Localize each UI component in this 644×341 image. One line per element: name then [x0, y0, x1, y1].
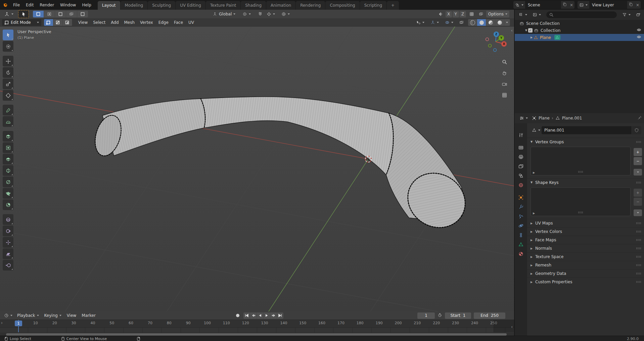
collection-checkbox[interactable]: ✓ — [528, 28, 533, 33]
properties-tab-particles[interactable] — [515, 212, 527, 221]
vertex-group-specials-button[interactable] — [634, 169, 642, 176]
add-shape-key-button[interactable]: + — [634, 189, 642, 197]
add-vertex-group-button[interactable]: + — [634, 148, 642, 156]
menu-render[interactable]: Render — [37, 3, 57, 7]
workspace-tab-shading[interactable]: Shading — [241, 1, 266, 10]
timeline-menu-view[interactable]: View — [64, 313, 79, 318]
tool-poly-build[interactable] — [3, 188, 13, 199]
panel-texture-space[interactable]: ▶ Texture Space — [527, 252, 644, 261]
outliner-row-scene-collection[interactable]: Scene Collection — [515, 20, 644, 27]
properties-tab-constraints[interactable] — [515, 231, 527, 239]
mesh-data-dropdown[interactable] — [531, 126, 542, 134]
workspace-tab-texture-paint[interactable]: Texture Paint — [206, 1, 241, 10]
tool-spin[interactable] — [3, 199, 13, 210]
tool-edge-slide[interactable] — [3, 226, 13, 236]
mirror-axis-z[interactable]: Z — [460, 11, 466, 17]
jump-to-end-button[interactable] — [277, 312, 283, 319]
tool-knife[interactable] — [3, 177, 13, 187]
shading-solid-button[interactable] — [477, 19, 486, 26]
menu-help[interactable]: Help — [79, 3, 94, 7]
panel-vertex-colors[interactable]: ▶ Vertex Colors — [527, 227, 644, 236]
workspace-tab-uv-editing[interactable]: UV Editing — [176, 1, 206, 10]
shading-dropdown[interactable] — [504, 19, 510, 26]
panel-remesh[interactable]: ▶ Remesh — [527, 261, 644, 269]
scene-unlink-icon[interactable]: × — [568, 3, 574, 7]
tool-select-box[interactable] — [3, 30, 13, 40]
transform-orientation-dropdown[interactable]: Global — [211, 11, 237, 17]
scene-copy-icon[interactable] — [561, 2, 568, 8]
viewport-menu-select[interactable]: Select — [90, 20, 108, 25]
select-mode-invert[interactable] — [66, 11, 77, 17]
tool-inset-faces[interactable] — [3, 142, 13, 153]
pan-icon[interactable] — [500, 68, 509, 77]
playhead-frame-label[interactable]: 1 — [15, 321, 22, 326]
end-frame-field[interactable]: End250 — [474, 312, 505, 319]
mirror-axis-x[interactable]: X — [446, 11, 452, 17]
select-mode-extend[interactable] — [44, 11, 55, 17]
edge-select-button[interactable] — [53, 19, 63, 26]
object-visibility-dropdown[interactable] — [414, 19, 426, 26]
tool-rotate[interactable] — [3, 67, 13, 78]
properties-tab-modifiers[interactable] — [515, 202, 527, 211]
mode-dropdown[interactable]: Edit Mode — [2, 19, 41, 26]
editor-type-button[interactable] — [2, 11, 15, 17]
scene-icon[interactable] — [513, 1, 525, 9]
workspace-tab-scripting[interactable]: Scripting — [360, 1, 387, 10]
timeline-menu-marker[interactable]: Marker — [79, 313, 98, 318]
shading-rendered-button[interactable] — [495, 19, 504, 26]
ortho-toggle-icon[interactable] — [500, 91, 509, 99]
menu-file[interactable]: File — [10, 3, 23, 7]
list-expand-icon[interactable]: ▶ — [533, 212, 535, 215]
panel-geometry-data[interactable]: ▶ Geometry Data — [527, 269, 644, 278]
vertex-groups-list[interactable]: ▶ — [531, 147, 631, 176]
view-layer-name[interactable]: View Layer — [589, 1, 627, 9]
sidebar-collapse-arrow[interactable]: ‹ — [511, 28, 513, 33]
properties-tab-scene[interactable] — [515, 171, 527, 180]
prev-keyframe-button[interactable] — [250, 312, 257, 319]
timeline-menu-keying[interactable]: Keying — [42, 313, 64, 318]
remove-vertex-group-button[interactable]: − — [634, 157, 642, 165]
panel-grip-icon[interactable] — [636, 140, 641, 144]
snap-individual-icon[interactable] — [467, 11, 476, 17]
play-reverse-button[interactable] — [257, 312, 264, 319]
properties-tab-render[interactable] — [515, 143, 527, 152]
correct-face-attrs-icon[interactable] — [477, 11, 486, 17]
panel-custom-properties[interactable]: ▶ Custom Properties — [527, 278, 644, 286]
mirror-axis-y[interactable]: Y — [453, 11, 459, 17]
select-mode-subtract[interactable] — [55, 11, 66, 17]
viewport-menu-uv[interactable]: UV — [186, 20, 197, 25]
new-collection-icon[interactable] — [634, 11, 643, 18]
select-mode-new[interactable] — [33, 11, 44, 17]
viewport-menu-add[interactable]: Add — [108, 20, 121, 25]
panel-face-maps[interactable]: ▶ Face Maps — [527, 236, 644, 244]
breadcrumb-object[interactable]: Plane — [539, 116, 550, 120]
shape-key-specials-button[interactable] — [634, 209, 642, 216]
panel-vertex-groups[interactable]: ▼ Vertex Groups — [527, 138, 644, 146]
scrollbar-thumb[interactable] — [6, 333, 507, 336]
pivot-point-dropdown[interactable] — [240, 11, 253, 17]
properties-tab-tool[interactable] — [515, 131, 527, 139]
face-select-button[interactable] — [63, 19, 72, 26]
active-tool-button[interactable] — [18, 10, 29, 18]
viewport-menu-view[interactable]: View — [76, 20, 90, 25]
tool-shrink-fatten[interactable] — [3, 237, 13, 248]
menu-window[interactable]: Window — [57, 3, 79, 7]
tool-measure[interactable] — [3, 116, 13, 127]
tool-cursor[interactable] — [3, 41, 13, 52]
properties-editor-type-button[interactable] — [517, 115, 530, 121]
workspace-tab-[interactable]: + — [387, 1, 399, 10]
workspace-tab-layout[interactable]: Layout — [98, 1, 121, 10]
play-button[interactable] — [264, 312, 270, 319]
workspace-tab-animation[interactable]: Animation — [266, 1, 296, 10]
viewport-menu-edge[interactable]: Edge — [156, 20, 171, 25]
properties-tab-view-layer[interactable] — [515, 162, 527, 170]
outliner-row-collection[interactable]: ▼ ✓ Collection — [515, 27, 644, 34]
tool-shear[interactable] — [3, 248, 13, 259]
blender-logo-icon[interactable] — [0, 0, 10, 10]
tool-loop-cut[interactable] — [3, 165, 13, 176]
collection-expand-icon[interactable]: ▼ — [524, 29, 528, 32]
tool-extrude-region[interactable] — [3, 131, 13, 142]
shield-icon[interactable] — [632, 126, 641, 134]
timeline-editor-type-button[interactable] — [2, 312, 14, 319]
outliner-display-mode-button[interactable] — [531, 11, 543, 18]
